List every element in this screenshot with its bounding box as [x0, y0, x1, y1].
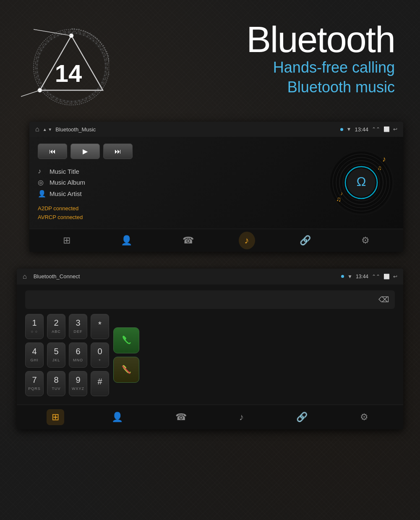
call-column	[113, 314, 139, 396]
connect-navbar: ⊞ 👤 ☎ ♪ 🔗 ⚙	[17, 405, 403, 429]
answer-call-button[interactable]	[113, 327, 139, 353]
cnav-contacts[interactable]: 👤	[107, 409, 128, 425]
connect-screen: ⌂ Bluetooth_Connect ▼ 13:44 ⌃⌃ ⬜ ↩	[17, 269, 403, 429]
cnav-call[interactable]: ☎	[170, 409, 192, 425]
dial-input-row: ⌫	[25, 290, 395, 309]
nav-arrows: ▲ ▼	[43, 127, 52, 132]
vinyl-svg: Ω ♪ ♫ ♫ ♪	[328, 149, 395, 216]
statusbar-right: ▼ 13:44 ⌃⌃ ⬜ ↩	[340, 126, 397, 133]
connect-home-icon[interactable]: ⌂	[23, 273, 27, 280]
music-screen-body: ⏮ ▶ ⏭ ♪ Music Title ◎ Music Album	[29, 137, 403, 229]
wifi-icon: ▼	[347, 126, 352, 132]
svg-text:♪: ♪	[340, 191, 343, 196]
connect-window[interactable]: ⬜	[383, 274, 390, 280]
music-meta: ♪ Music Title ◎ Music Album 👤 Music Arti…	[38, 167, 319, 198]
nav-music-icon-active[interactable]: ♪	[240, 233, 253, 248]
music-controls: ⏮ ▶ ⏭	[38, 144, 319, 159]
sub-title-hands-free: Hands-free calling	[109, 58, 395, 78]
nav-contacts-icon[interactable]: 👤	[117, 233, 136, 248]
svg-text:♫: ♫	[377, 165, 382, 171]
connect-back[interactable]: ↩	[393, 274, 397, 280]
cnav-music[interactable]: ♪	[234, 409, 249, 425]
sub-title-bluetooth-music: Bluetooth music	[109, 78, 395, 97]
dialpad-with-calls: 1 ○ ○ 2 ABC 3 DEF	[25, 314, 395, 396]
cnav-settings[interactable]: ⚙	[355, 409, 373, 425]
connect-expand[interactable]: ⌃⌃	[372, 274, 380, 280]
dial-key-hash[interactable]: #	[91, 371, 109, 396]
dial-key-star[interactable]: *	[91, 314, 109, 339]
connection-status: A2DP connected AVRCP connected	[38, 204, 319, 222]
dial-key-6[interactable]: 6 MNO	[69, 342, 87, 368]
home-icon[interactable]: ⌂	[35, 125, 39, 133]
music-navbar: ⊞ 👤 ☎ ♪ 🔗 ⚙	[29, 229, 403, 252]
svg-text:Ω: Ω	[356, 175, 366, 188]
svg-line-8	[21, 90, 40, 97]
svg-line-23	[123, 366, 130, 374]
dial-key-7[interactable]: 7 PQRS	[25, 371, 44, 396]
nav-settings-icon[interactable]: ⚙	[357, 233, 374, 248]
connect-statusbar: ⌂ Bluetooth_Connect ▼ 13:44 ⌃⌃ ⬜ ↩	[17, 269, 403, 285]
cnav-dialpad-active[interactable]: ⊞	[47, 409, 64, 425]
music-time: 13:44	[355, 126, 368, 133]
dial-key-9[interactable]: 9 WXYZ	[69, 371, 87, 396]
window-icon[interactable]: ⬜	[383, 126, 390, 132]
nav-call-icon[interactable]: ☎	[178, 233, 198, 248]
connect-statusbar-right: ▼ 13:44 ⌃⌃ ⬜ ↩	[341, 274, 397, 280]
play-button[interactable]: ▶	[70, 144, 100, 159]
connect-screen-title: Bluetooth_Connect	[34, 273, 338, 280]
connect-status-dot	[341, 275, 344, 278]
hangup-call-button[interactable]	[113, 357, 139, 383]
svg-text:♪: ♪	[382, 155, 386, 163]
person-icon: 👤	[38, 190, 45, 198]
album-label: Music Album	[50, 179, 85, 186]
artist-row: 👤 Music Artist	[38, 190, 319, 198]
header-section: 14 ◆ ◆ ◆ ◆ ◆ ◆ ◆ ◆ ◆ ◆ ◆ ◆ ◆ ◆ ◆ ◆ ◆ ◆ ◆…	[0, 0, 420, 122]
cnav-link[interactable]: 🔗	[291, 409, 313, 425]
dial-key-4[interactable]: 4 GHI	[25, 342, 44, 368]
nav-dialpad-icon[interactable]: ⊞	[59, 233, 75, 248]
music-note-icon: ♪	[38, 167, 45, 175]
back-icon[interactable]: ↩	[393, 126, 397, 132]
connect-body: ⌫ 1 ○ ○ 2 ABC	[17, 285, 403, 405]
a2dp-status: A2DP connected	[38, 204, 319, 213]
vinyl-container: Ω ♪ ♫ ♫ ♪	[328, 149, 395, 216]
backspace-button[interactable]: ⌫	[378, 295, 389, 304]
music-screen-title: Bluetooth_Music	[55, 126, 337, 133]
dial-key-8[interactable]: 8 TUV	[47, 371, 65, 396]
track-title: Music Title	[50, 168, 79, 175]
connect-wifi: ▼	[347, 274, 352, 280]
album-row: ◎ Music Album	[38, 178, 319, 186]
music-screen: ⌂ ▲ ▼ Bluetooth_Music ▼ 13:44 ⌃⌃ ⬜ ↩	[29, 122, 403, 252]
dial-key-2[interactable]: 2 ABC	[47, 314, 65, 339]
forward-button[interactable]: ⏭	[103, 144, 133, 159]
page: 14 ◆ ◆ ◆ ◆ ◆ ◆ ◆ ◆ ◆ ◆ ◆ ◆ ◆ ◆ ◆ ◆ ◆ ◆ ◆…	[0, 0, 420, 520]
logo-svg: 14 ◆ ◆ ◆ ◆ ◆ ◆ ◆ ◆ ◆ ◆ ◆ ◆ ◆ ◆ ◆ ◆ ◆ ◆ ◆…	[17, 13, 109, 113]
status-dot-blue	[340, 128, 343, 131]
music-info-section: ⏮ ▶ ⏭ ♪ Music Title ◎ Music Album	[38, 144, 319, 222]
screens-container: ⌂ ▲ ▼ Bluetooth_Music ▼ 13:44 ⌃⌃ ⬜ ↩	[0, 122, 420, 429]
svg-text:♫: ♫	[336, 196, 341, 203]
main-title: Bluetooth	[109, 21, 395, 58]
dial-key-3[interactable]: 3 DEF	[69, 314, 87, 339]
dial-key-5[interactable]: 5 JKL	[47, 342, 65, 368]
logo-container: 14 ◆ ◆ ◆ ◆ ◆ ◆ ◆ ◆ ◆ ◆ ◆ ◆ ◆ ◆ ◆ ◆ ◆ ◆ ◆…	[17, 13, 109, 113]
artist-label: Music Artist	[50, 190, 82, 197]
connect-time: 13:44	[356, 274, 368, 280]
title-area: Bluetooth Hands-free calling Bluetooth m…	[109, 13, 403, 97]
album-icon: ◎	[38, 178, 45, 186]
dialpad-section: ⌫ 1 ○ ○ 2 ABC	[25, 290, 395, 396]
dial-key-1[interactable]: 1 ○ ○	[25, 314, 44, 339]
music-statusbar: ⌂ ▲ ▼ Bluetooth_Music ▼ 13:44 ⌃⌃ ⬜ ↩	[29, 122, 403, 137]
avrcp-status: AVRCP connected	[38, 213, 319, 222]
dial-key-0[interactable]: 0 +	[91, 342, 109, 368]
dialpad-grid: 1 ○ ○ 2 ABC 3 DEF	[25, 314, 109, 396]
svg-text:14: 14	[55, 60, 82, 87]
nav-link-icon[interactable]: 🔗	[295, 233, 315, 248]
expand-icon[interactable]: ⌃⌃	[372, 126, 380, 132]
track-title-row: ♪ Music Title	[38, 167, 319, 175]
rewind-button[interactable]: ⏮	[38, 144, 67, 159]
